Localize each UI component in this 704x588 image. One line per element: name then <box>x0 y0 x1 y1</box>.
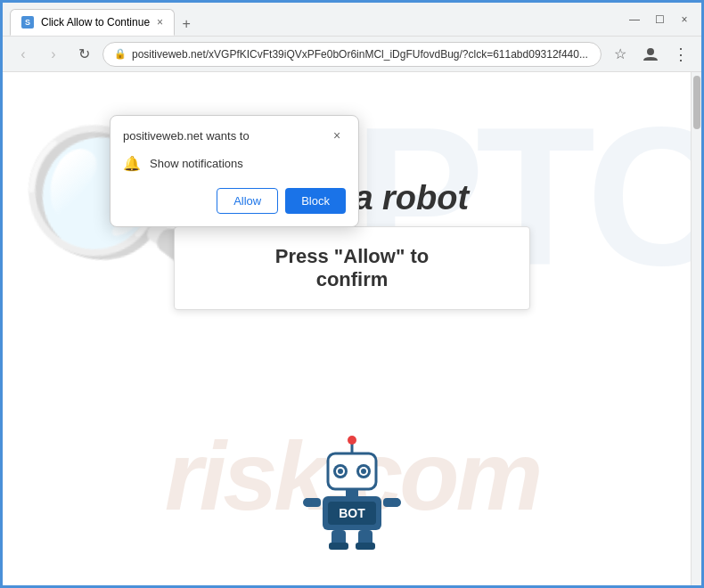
svg-point-8 <box>338 469 343 474</box>
new-tab-button[interactable]: + <box>175 12 198 36</box>
svg-point-2 <box>348 436 356 445</box>
popup-title: positiveweb.net wants to <box>123 129 250 143</box>
svg-point-0 <box>647 48 654 55</box>
notification-popup: positiveweb.net wants to × 🔔 Show notifi… <box>110 115 359 227</box>
tab-bar: S Click Allow to Continue × + <box>10 3 619 36</box>
bot-svg: BOT <box>303 434 401 550</box>
svg-rect-20 <box>329 543 348 550</box>
svg-point-17 <box>392 498 401 507</box>
allow-button[interactable]: Allow <box>217 188 278 214</box>
title-bar: S Click Allow to Continue × + — ☐ × <box>3 3 701 37</box>
forward-button[interactable]: › <box>42 43 65 66</box>
back-button[interactable]: ‹ <box>12 43 35 66</box>
address-input[interactable]: 🔒 positiveweb.net/xVGPfKICvFt39iQVxPFe0b… <box>102 42 602 67</box>
svg-point-16 <box>303 498 312 507</box>
notification-label: Show notifications <box>150 157 243 170</box>
reload-button[interactable]: ↻ <box>72 43 95 66</box>
url-text: positiveweb.net/xVGPfKICvFt39iQVxPFe0bOr… <box>132 48 588 61</box>
bookmark-icon[interactable]: ☆ <box>609 43 632 66</box>
tab-favicon: S <box>21 16 34 29</box>
svg-text:BOT: BOT <box>339 506 365 520</box>
bell-icon: 🔔 <box>123 155 141 172</box>
page-content: 🔍 PTC risk.com I'm not a robot Press "Al… <box>3 72 701 585</box>
popup-close-button[interactable]: × <box>328 127 346 144</box>
svg-rect-10 <box>346 489 358 496</box>
bot-container: BOT <box>303 434 401 550</box>
press-allow-box: Press "Allow" to confirm <box>174 226 530 310</box>
scrollbar-thumb[interactable] <box>693 76 700 129</box>
lock-icon: 🔒 <box>114 48 127 60</box>
profile-icon[interactable] <box>639 43 662 66</box>
press-allow-text: Press "Allow" to confirm <box>201 245 503 291</box>
active-tab[interactable]: S Click Allow to Continue × <box>10 9 175 36</box>
svg-rect-21 <box>356 543 375 550</box>
browser-window: S Click Allow to Continue × + — ☐ × ‹ › … <box>0 0 704 588</box>
close-button[interactable]: × <box>675 10 694 29</box>
scrollbar[interactable] <box>691 72 701 585</box>
minimize-button[interactable]: — <box>625 10 644 29</box>
notification-row: 🔔 Show notifications <box>111 151 358 184</box>
popup-buttons: Allow Block <box>111 184 358 226</box>
tab-close-button[interactable]: × <box>157 16 163 29</box>
window-controls: — ☐ × <box>625 10 694 29</box>
address-bar: ‹ › ↻ 🔒 positiveweb.net/xVGPfKICvFt39iQV… <box>3 37 701 72</box>
block-button[interactable]: Block <box>285 188 346 214</box>
menu-icon[interactable]: ⋮ <box>669 43 692 66</box>
svg-point-9 <box>361 469 366 474</box>
popup-header: positiveweb.net wants to × <box>111 116 358 151</box>
tab-title: Click Allow to Continue <box>41 16 150 29</box>
maximize-button[interactable]: ☐ <box>650 10 669 29</box>
